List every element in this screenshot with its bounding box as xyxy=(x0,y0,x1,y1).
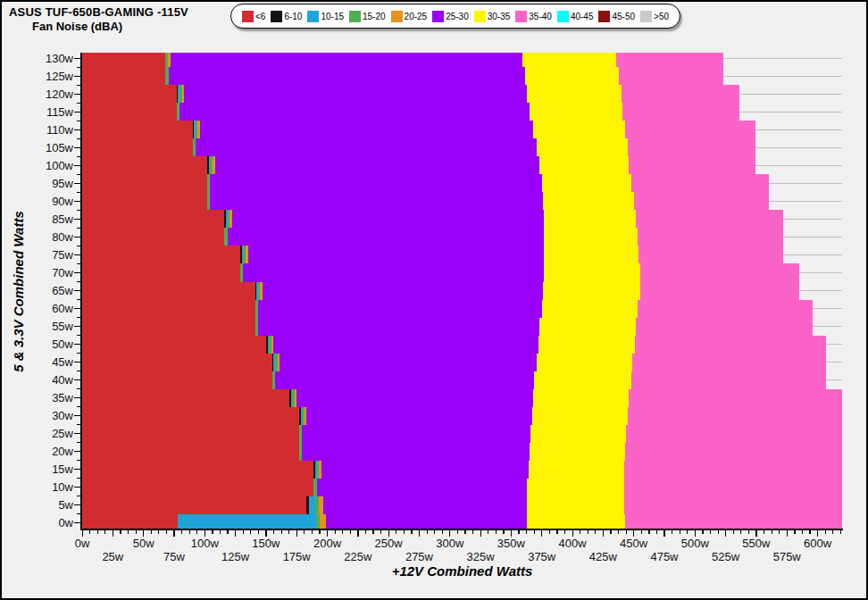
legend-item: 40-45 xyxy=(557,11,594,22)
noise-cell-30-35 xyxy=(533,121,625,138)
noise-cell-30-35 xyxy=(527,496,623,514)
noise-cell-30-35 xyxy=(543,282,639,300)
chart-canvas: ASUS TUF-650B-GAMING -115V Fan Noise (dB… xyxy=(0,0,868,600)
tick-mark xyxy=(212,530,213,534)
noise-cell-15-20 xyxy=(258,282,260,300)
noise-cell-6-10 xyxy=(224,210,226,228)
noise-cell-15-20 xyxy=(240,263,243,281)
noise-cell-35-40 xyxy=(628,407,842,425)
noise-cell-6-10 xyxy=(207,156,209,174)
noise-cell-10-15 xyxy=(309,496,315,514)
tick-mark xyxy=(77,85,80,86)
tick-mark xyxy=(74,201,80,202)
tick-mark xyxy=(779,530,780,534)
noise-cell-20-25 xyxy=(319,461,321,479)
noise-cell-30-35 xyxy=(527,85,622,103)
noise-cell-6-10 xyxy=(313,461,315,479)
noise-cell-20-25 xyxy=(182,85,185,103)
tick-mark xyxy=(74,433,80,434)
tick-mark xyxy=(77,353,80,354)
tick-mark xyxy=(549,530,550,534)
tick-mark xyxy=(77,228,80,229)
tick-mark xyxy=(427,530,428,534)
noise-cell-20-25 xyxy=(278,354,280,371)
tick-mark xyxy=(77,210,80,211)
noise-cell-35-40 xyxy=(622,103,739,121)
noise-cell-<6 xyxy=(82,85,177,103)
tick-mark xyxy=(695,530,696,537)
tick-mark xyxy=(77,478,80,479)
noise-cell-6-10 xyxy=(299,407,301,425)
tick-mark xyxy=(265,530,266,537)
noise-cell-25-30 xyxy=(179,103,530,121)
tick-mark xyxy=(220,530,221,534)
y-tick-label: 25w xyxy=(29,427,73,440)
noise-cell-25-30 xyxy=(273,336,538,354)
legend-item: 30-35 xyxy=(474,11,511,22)
tick-mark xyxy=(633,530,634,537)
noise-cell-25-30 xyxy=(296,389,533,407)
y-tick-label: 30w xyxy=(29,409,73,422)
tick-mark xyxy=(534,530,535,534)
legend-swatch-icon xyxy=(349,11,361,22)
x-tick-label: 575w xyxy=(758,550,815,563)
noise-cell-35-40 xyxy=(631,371,826,389)
tick-mark xyxy=(74,379,80,380)
legend-item: 35-40 xyxy=(515,11,552,22)
x-tick-label: 25w xyxy=(84,550,141,563)
tick-mark xyxy=(472,530,473,534)
noise-cell-20-25 xyxy=(295,389,297,407)
legend-label: 20-25 xyxy=(405,12,428,21)
legend-swatch-icon xyxy=(307,11,319,22)
noise-cell-<6 xyxy=(82,425,299,443)
noise-cell-<6 xyxy=(82,53,165,68)
tick-mark xyxy=(718,530,719,534)
noise-cell-25-30 xyxy=(215,156,539,174)
noise-cell-35-40 xyxy=(629,389,842,407)
noise-cell-15-20 xyxy=(275,354,277,371)
noise-cell-15-20 xyxy=(255,300,258,318)
x-tick-label: 175w xyxy=(268,550,325,563)
tick-mark xyxy=(541,530,542,537)
tick-mark xyxy=(496,530,497,534)
legend-label: 25-30 xyxy=(446,12,469,21)
tick-mark xyxy=(335,530,336,534)
x-tick-label: 225w xyxy=(330,550,387,563)
noise-cell-30-35 xyxy=(544,210,636,228)
tick-mark xyxy=(388,530,389,537)
tick-mark xyxy=(595,530,596,534)
tick-mark xyxy=(77,388,80,389)
noise-cell-35-40 xyxy=(638,300,813,318)
tick-mark xyxy=(672,530,672,534)
noise-cell-<6 xyxy=(82,228,224,246)
legend-item: 25-30 xyxy=(432,11,469,22)
noise-cell-15-20 xyxy=(302,407,304,425)
noise-cell-20-25 xyxy=(260,282,263,300)
noise-cell-6-10 xyxy=(177,85,179,103)
tick-mark xyxy=(74,415,80,416)
noise-cell-15-20 xyxy=(315,496,319,514)
tick-mark xyxy=(572,530,573,537)
noise-cell-<6 xyxy=(82,300,255,318)
noise-cell-25-30 xyxy=(326,514,527,529)
noise-cell-20-25 xyxy=(197,121,200,138)
tick-mark xyxy=(204,530,205,537)
noise-cell-6-10 xyxy=(255,282,257,300)
tick-mark xyxy=(243,530,244,534)
tick-mark xyxy=(288,530,289,534)
tick-mark xyxy=(181,530,182,534)
noise-cell-35-40 xyxy=(628,138,755,156)
noise-cell-6-10 xyxy=(306,496,309,514)
noise-cell-<6 xyxy=(82,246,240,263)
noise-cell-15-20 xyxy=(292,389,294,407)
tick-mark xyxy=(464,530,465,534)
tick-mark xyxy=(710,530,711,534)
noise-cell-15-20 xyxy=(224,228,227,246)
tick-mark xyxy=(166,530,167,534)
noise-cell-35-40 xyxy=(625,443,842,461)
legend-swatch-icon xyxy=(598,11,610,22)
noise-cell-35-40 xyxy=(634,192,769,210)
legend-swatch-icon xyxy=(242,11,254,22)
noise-cell-20-25 xyxy=(271,336,274,354)
noise-cell-15-20 xyxy=(193,138,196,156)
